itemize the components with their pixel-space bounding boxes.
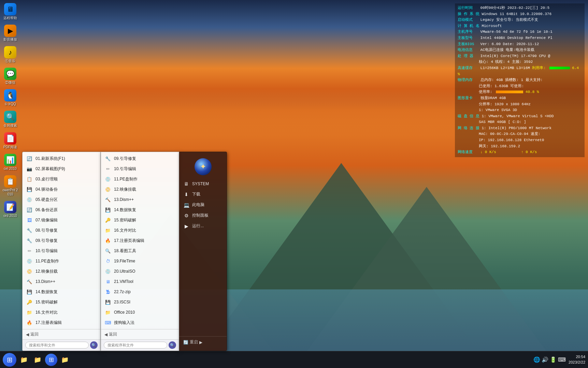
menu-item-15[interactable]: 🔑 15.密码破解: [23, 297, 100, 307]
menu-item-14[interactable]: 💾 14.数据恢复: [23, 287, 100, 297]
music-label: ①音乐: [5, 59, 15, 63]
menu-label-r17: 17.注册页表编辑: [114, 238, 175, 244]
machine-label: 主机序号: [458, 29, 478, 35]
back-chevron-left: ◀: [26, 332, 29, 337]
taskbar-explorer-1[interactable]: 📁: [18, 354, 30, 366]
back-button-right[interactable]: ◀ 返回: [104, 331, 117, 337]
menu-icon-01: 🔄: [26, 155, 33, 162]
menu-item-06[interactable]: 🔄 06.备份还原: [23, 205, 100, 215]
menu-item-17[interactable]: 🔥 17.注册表编辑: [23, 317, 100, 328]
search-button-left[interactable]: 🔍: [90, 341, 98, 349]
rp-thispc[interactable]: 💻 此电脑: [179, 200, 227, 210]
menu-label-r21: 21.VMTool: [114, 279, 175, 284]
menu-item-01[interactable]: 🔄 01.刷新系统(F1): [23, 153, 100, 164]
icon-word[interactable]: 📝 ord 2010: [1, 200, 20, 219]
taskbar-right: 🌐 🔊 🔋 ⌨ 20:54 2023/2/22: [533, 354, 585, 365]
search-input-right[interactable]: [104, 342, 167, 349]
disk-detail: SAS MBR 40GB [ C:D: ]: [479, 120, 526, 124]
net-mac: MAC: 00-0C-29-CA-C0-94 速度:: [479, 132, 540, 136]
menu-item-r17[interactable]: 🔥 17.注册页表编辑: [101, 235, 179, 246]
menu-item-r09[interactable]: 🔧 09.引导修复: [101, 153, 179, 164]
net-value: 1: Intel(R) PRO/1000 MT Network: [482, 126, 551, 130]
taskbar-start-2[interactable]: ⊞: [45, 354, 57, 366]
icon-qq[interactable]: 🐧 ①③QQ: [1, 88, 20, 108]
menu-panel-left: 🔄 01.刷新系统(F1) 📷 02.屏幕截图(F9) 📋 03.桌行理顺 💾 …: [22, 152, 101, 351]
menu-item-r23[interactable]: 💾 23.ISCSI: [101, 297, 179, 307]
excel-label: cel 2010: [4, 167, 17, 171]
taskbar-explorer-2[interactable]: 📁: [31, 354, 44, 366]
sysinfo-panel: 运行时间 00时00分41秒 2023-02-22[三] 20:5 操 作 系 …: [455, 3, 585, 157]
taskbar-tray-icons: 🌐 🔊 🔋 ⌨: [533, 356, 566, 363]
menu-icon-04: 💾: [26, 186, 33, 193]
search-input-left[interactable]: [25, 342, 89, 349]
menu-item-10[interactable]: ✏ 10.引导编辑: [23, 246, 100, 256]
icon-remote-help[interactable]: 🖥 远程帮助: [1, 2, 20, 22]
menu-item-11[interactable]: 💿 11.PE盘制作: [23, 256, 100, 266]
menu-item-r20[interactable]: 💿 20.UltraISO: [101, 266, 179, 276]
menu-item-r19[interactable]: ⏱ 19.FileTime: [101, 256, 179, 266]
menu-icon-13: 🔨: [26, 278, 33, 285]
icon-excel[interactable]: 📊 cel 2010: [1, 152, 20, 172]
pdf-icon: 📄: [4, 132, 16, 145]
menu-item-r25[interactable]: ⌨ 搜狗输入法: [101, 317, 179, 328]
taskbar-explorer-3[interactable]: 📁: [59, 354, 71, 366]
start-button[interactable]: ⊞: [3, 353, 16, 367]
back-label-right: 返回: [109, 331, 117, 337]
menu-item-13[interactable]: 🔨 13.Dism++: [23, 276, 100, 287]
back-button-left[interactable]: ◀ 返回: [26, 331, 39, 337]
menu-label-14: 14.数据恢复: [35, 289, 97, 295]
rp-download[interactable]: ⬇ 下载: [179, 189, 227, 200]
battery-label: 电池信息: [458, 47, 478, 53]
menu-label-09: 09.引导修复: [35, 238, 97, 244]
menu-item-08[interactable]: 🔧 08.引导修复: [23, 225, 100, 235]
menu-item-03[interactable]: 📋 03.桌行理顺: [23, 174, 100, 184]
system-icon: 🖥: [183, 181, 189, 187]
menu-item-r15[interactable]: 🔑 15.密码破解: [101, 215, 179, 225]
icon-wechat[interactable]: 💬 ②微信: [1, 66, 20, 86]
menu-item-r16[interactable]: 📁 16.文件对比: [101, 225, 179, 235]
icon-media-player[interactable]: ▶ 影音播放: [1, 23, 20, 43]
gpu-res: 分辨率: 1920 x 1080 64Hz: [479, 102, 531, 106]
runtime-label: 运行时间: [458, 5, 478, 11]
icon-ppt[interactable]: 📋 owerPnt 2010: [1, 174, 20, 198]
menu-item-r11[interactable]: 💿 11.PE盘制作: [101, 174, 179, 184]
menu-item-02[interactable]: 📷 02.屏幕截图(F9): [23, 164, 100, 174]
boot-label: 启动模式: [458, 17, 478, 23]
menu-item-r21[interactable]: 🖥 21.VMTool: [101, 276, 179, 287]
menu-item-09[interactable]: 🔧 09.引导修复: [23, 235, 100, 246]
menu-item-16[interactable]: 📁 16.文件对比: [23, 307, 100, 317]
menu-item-07[interactable]: 🖼 07.镜像编辑: [23, 215, 100, 225]
net-speed-label: 网络速度: [458, 149, 478, 155]
menu-icon-r24: 📁: [104, 309, 111, 316]
menu-item-r22[interactable]: 🗜 22.7z-zip: [101, 287, 179, 297]
menu-label-r09: 09.引导修复: [114, 156, 175, 162]
gpu-name: 1: VMware SVGA 3D: [479, 108, 517, 112]
rp-run[interactable]: ▶ 运行...: [179, 221, 227, 231]
menu-item-r10[interactable]: ✏ 10.引导编辑: [101, 164, 179, 174]
menu-label-10: 10.引导编辑: [35, 248, 97, 254]
menu-item-r14[interactable]: 💾 14.数据恢复: [101, 205, 179, 215]
menu-icon-15: 🔑: [26, 299, 33, 305]
search-button-right[interactable]: 🔍: [169, 341, 176, 349]
menu-item-12[interactable]: 📀 12.映像挂载: [23, 266, 100, 276]
icon-pdf[interactable]: 📄 PDF阅读: [1, 131, 20, 151]
menu-icon-11: 💿: [26, 258, 33, 264]
rp-system[interactable]: 🖥 SYSTEM: [179, 179, 227, 189]
menu-icon-r14: 💾: [104, 206, 111, 213]
menu-item-r24[interactable]: 📁 Office 2010: [101, 307, 179, 317]
disk-value: 1: VMware, VMware Virtual S <HDD: [482, 114, 554, 118]
icon-music[interactable]: ♪ ①音乐: [1, 45, 20, 65]
net-label: 网 络 连 接: [458, 125, 479, 132]
mem-label: 物理内存: [458, 77, 478, 83]
menu-label-r11: 11.PE盘制作: [114, 176, 175, 182]
menu-item-r13[interactable]: 🔨 13.Dism++: [101, 194, 179, 205]
restart-button[interactable]: 🔄 重启 ▶: [183, 339, 202, 345]
rp-controlpanel[interactable]: ⚙ 控制面板: [179, 210, 227, 221]
menu-label-r24: Office 2010: [114, 310, 175, 315]
menu-item-r12[interactable]: 📀 12.映像挂载: [101, 184, 179, 194]
icon-search[interactable]: 🔍 全局搜索: [1, 109, 20, 129]
menu-item-r18[interactable]: 🔍 18.看图工具: [101, 246, 179, 256]
menu-item-05[interactable]: 💿 05.硬盘分区: [23, 194, 100, 205]
menu-item-04[interactable]: 💾 04.驱动备份: [23, 184, 100, 194]
mainboard-value: Intel 440BX Desktop Reference Pl: [481, 36, 553, 40]
